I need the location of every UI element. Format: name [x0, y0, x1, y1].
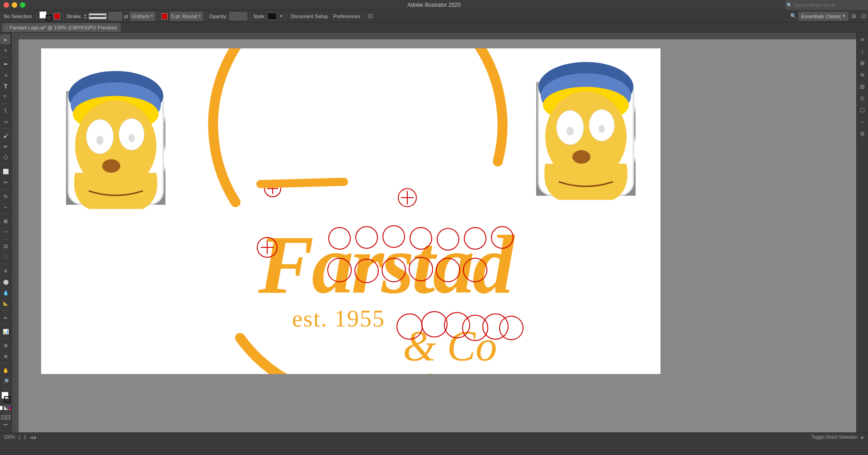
- canvas-inner[interactable]: Farstad est. 1955 & Co: [19, 39, 856, 432]
- prev-page-icon[interactable]: ◀: [30, 435, 33, 440]
- touch-type-tool[interactable]: T⁻: [1, 92, 11, 102]
- fill-color-box[interactable]: [161, 13, 168, 19]
- fill-mode-none[interactable]: [4, 406, 8, 410]
- pathfinder-panel-icon[interactable]: ⬡: [858, 105, 868, 115]
- artboard-tool[interactable]: ⊞: [1, 341, 11, 351]
- svg-point-25: [566, 127, 574, 136]
- main-area: ▸ ↖ ✒ ∿ T T⁻ \ ▭ 🖌 ✏ ⬡ ⬜ ✂ ↻ ↔ ⊞ 〰 ⊡ ⬛ #…: [0, 33, 868, 432]
- stroke-label: Stroke:: [66, 14, 82, 19]
- blend-tool[interactable]: ∞: [1, 313, 11, 322]
- swatches-panel-icon[interactable]: ⊛: [858, 128, 868, 138]
- style-label: Style:: [253, 14, 266, 19]
- sep5: [250, 13, 250, 20]
- toolbox: ▸ ↖ ✒ ∿ T T⁻ \ ▭ 🖌 ✏ ⬡ ⬜ ✂ ↻ ↔ ⊞ 〰 ⊡ ⬛ #…: [0, 33, 12, 432]
- maximize-button[interactable]: [20, 2, 25, 8]
- pencil-tool[interactable]: ✏: [1, 142, 11, 152]
- app-title: Adobe Illustrator 2020: [407, 2, 460, 8]
- artboard: Farstad est. 1955 & Co: [41, 48, 660, 374]
- warp-tool[interactable]: 〰: [1, 227, 11, 237]
- rotate-tool[interactable]: ↻: [1, 191, 11, 201]
- libraries-panel-icon[interactable]: ≡: [858, 34, 868, 44]
- transform-button[interactable]: ⊡: [368, 13, 373, 19]
- hand-tool[interactable]: ✋: [1, 365, 11, 375]
- stroke-color-fg[interactable]: [39, 11, 52, 21]
- zoom-tool[interactable]: 🔎: [1, 376, 11, 386]
- toolbar-separator: [36, 13, 37, 20]
- tool-separator-5: [2, 189, 10, 190]
- perspective-tool[interactable]: ⬛: [1, 252, 11, 262]
- tool-separator-2: [2, 104, 10, 104]
- stock-search-bar[interactable]: 🔍: [784, 0, 868, 10]
- opacity-label: Opacity:: [209, 14, 227, 19]
- transform-panel-icon[interactable]: ⊙: [858, 93, 868, 103]
- fill-mode-normal[interactable]: [0, 406, 3, 410]
- tool-separator-1: [2, 57, 10, 57]
- magic-wand-tool[interactable]: ↖: [1, 45, 11, 55]
- minimize-button[interactable]: [12, 2, 17, 8]
- traffic-lights: [4, 2, 25, 8]
- svg-point-26: [599, 125, 605, 133]
- expand-status-icon[interactable]: ▶: [861, 435, 864, 440]
- paintbrush-tool[interactable]: 🖌: [1, 131, 11, 141]
- style-preview[interactable]: [267, 13, 277, 20]
- selection-tools: ▸: [0, 34, 11, 44]
- column-graph-tool[interactable]: 📊: [1, 327, 11, 337]
- draw-normal-mode[interactable]: [1, 415, 5, 420]
- mesh-tool[interactable]: #: [1, 266, 11, 276]
- eraser-tool[interactable]: ⬜: [1, 166, 11, 176]
- drawing-modes: [1, 415, 10, 420]
- svg-rect-0: [19, 33, 856, 39]
- curvature-tool[interactable]: ∿: [1, 70, 11, 80]
- stroke-weight-input[interactable]: 3: [108, 12, 122, 20]
- opacity-input[interactable]: 100%: [229, 12, 247, 20]
- tool-separator-13: [2, 388, 10, 389]
- tool-separator-3: [2, 128, 10, 129]
- panel-toggle[interactable]: ⊞: [850, 12, 857, 20]
- pen-tool[interactable]: ✒: [1, 59, 11, 69]
- eyedropper-tool[interactable]: 💧: [1, 288, 11, 298]
- stock-search-input[interactable]: [793, 3, 866, 8]
- color-indicator[interactable]: [1, 391, 11, 403]
- style-dropdown-arrow[interactable]: ▼: [279, 14, 283, 19]
- svg-point-15: [102, 159, 120, 173]
- page-navigation[interactable]: ◀ ▶: [30, 435, 37, 440]
- stroke-preview: [89, 13, 107, 19]
- canvas-area[interactable]: // ruler ticks rendered inline: [12, 33, 856, 432]
- panel-expand-icon[interactable]: ⊡: [861, 13, 866, 19]
- line-tool[interactable]: \: [1, 106, 11, 116]
- workspace-controls: 🔍 Essentials Classic ▼ ⊞ ⊡: [790, 12, 866, 21]
- layers-panel-icon[interactable]: ⊕: [858, 58, 868, 68]
- preferences-button[interactable]: Preferences: [331, 13, 362, 20]
- next-page-icon[interactable]: ▶: [34, 435, 37, 440]
- assets-panel-icon[interactable]: ≋: [858, 70, 868, 80]
- shaper-tool[interactable]: ⬡: [1, 152, 11, 162]
- document-tab[interactable]: × Farstad Logo.ai* @ 100% (CMYK/GPU Prev…: [2, 23, 121, 32]
- svg-text:Farstad: Farstad: [258, 218, 515, 311]
- stroke-weight-spinner[interactable]: ▲ ▼: [84, 13, 87, 19]
- draw-behind-mode[interactable]: [6, 415, 10, 420]
- stroke-type-dropdown[interactable]: Uniform ▼: [130, 12, 155, 21]
- free-transform-tool[interactable]: ⊡: [1, 241, 11, 251]
- essentials-dropdown[interactable]: Essentials Classic ▼: [798, 12, 849, 21]
- no-selection-label: No Selection: [4, 14, 32, 19]
- selection-tool[interactable]: ▸: [0, 34, 10, 44]
- gradient-tool[interactable]: ⬤: [1, 277, 11, 287]
- tool-separator-7: [2, 239, 10, 239]
- more-tools-button[interactable]: •••: [4, 422, 8, 427]
- align-panel-icon[interactable]: ⊞: [858, 81, 868, 91]
- scale-tool[interactable]: ⊞: [1, 216, 11, 226]
- stroke-color-accent[interactable]: [54, 13, 60, 19]
- tab-close-button[interactable]: ×: [5, 25, 8, 30]
- cap-style-dropdown[interactable]: 5 pt. Round ▼: [170, 12, 203, 21]
- doc-setup-button[interactable]: Document Setup: [289, 13, 330, 20]
- slice-tool[interactable]: ⊞: [1, 351, 11, 361]
- shape-tool[interactable]: ▭: [1, 117, 11, 127]
- measure-tool[interactable]: 📐: [1, 299, 11, 308]
- properties-panel-icon[interactable]: ↕: [858, 46, 868, 56]
- close-button[interactable]: [4, 2, 9, 8]
- scissors-tool[interactable]: ✂: [1, 177, 11, 187]
- color-panel-icon[interactable]: ↔: [858, 117, 868, 127]
- type-tool[interactable]: T: [1, 81, 11, 91]
- reflect-tool[interactable]: ↔: [1, 202, 11, 212]
- zoom-level: 100%: [4, 435, 15, 440]
